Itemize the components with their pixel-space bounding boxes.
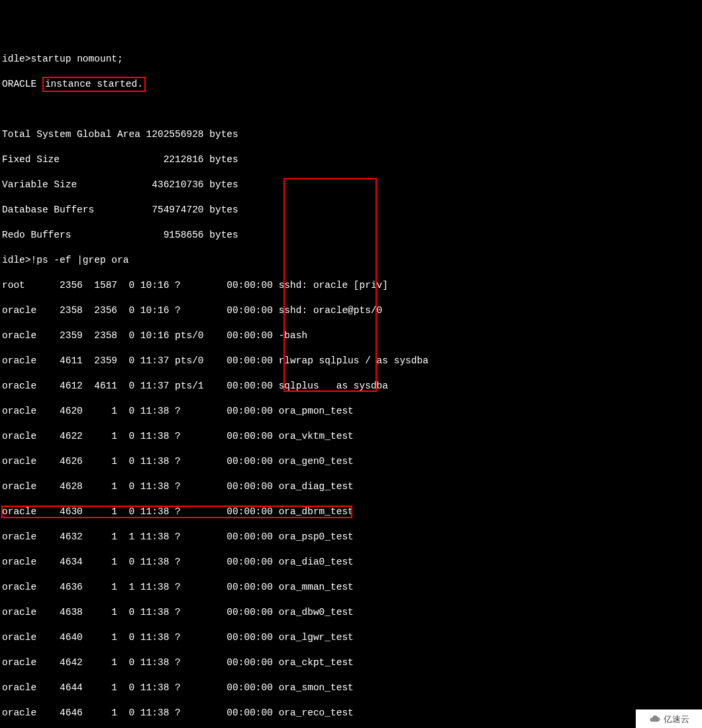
ps-row: oracle 2359 2358 0 10:16 pts/0 00:00:00 …: [2, 330, 700, 342]
ps-row: oracle 4628 1 0 11:38 ? 00:00:00 ora_dia…: [2, 480, 700, 493]
ps-row: oracle 2358 2356 0 10:16 ? 00:00:00 sshd…: [2, 304, 700, 317]
ps-row: oracle 4620 1 0 11:38 ? 00:00:00 ora_pmo…: [2, 405, 700, 418]
prompt: idle>: [2, 54, 31, 64]
ps-row: root 2356 1587 0 10:16 ? 00:00:00 sshd: …: [2, 279, 700, 292]
output-line: ORACLE instance started.: [2, 78, 700, 91]
cloud-icon: [649, 713, 661, 725]
command-line: idle>startup nomount;: [2, 53, 700, 66]
command-line: idle>!ps -ef |grep ora: [2, 254, 700, 267]
prompt: idle>: [2, 255, 31, 265]
highlight-instance-started: instance started.: [42, 77, 146, 92]
ps-row: oracle 4612 4611 0 11:37 pts/1 00:00:00 …: [2, 380, 700, 392]
ps-row: oracle 4642 1 0 11:38 ? 00:00:00 ora_ckp…: [2, 657, 700, 669]
ps-row: oracle 4644 1 0 11:38 ? 00:00:00 ora_smo…: [2, 682, 700, 694]
ps-row: oracle 4626 1 0 11:38 ? 00:00:00 ora_gen…: [2, 455, 700, 468]
ps-row: oracle 4640 1 0 11:38 ? 00:00:00 ora_lgw…: [2, 631, 700, 644]
command-text: !ps -ef |grep ora: [31, 255, 129, 265]
ps-row: oracle 4622 1 0 11:38 ? 00:00:00 ora_vkt…: [2, 430, 700, 443]
ps-row: oracle 4611 2359 0 11:37 pts/0 00:00:00 …: [2, 355, 700, 367]
ps-row: oracle 4646 1 0 11:38 ? 00:00:00 ora_rec…: [2, 707, 700, 719]
sga-dbbuf: Database Buffers 754974720 bytes: [2, 204, 700, 216]
watermark: 亿速云: [636, 709, 702, 728]
ps-row: oracle 4632 1 1 11:38 ? 00:00:00 ora_psp…: [2, 531, 700, 543]
blank-line: [2, 103, 700, 116]
ps-row: oracle 4634 1 0 11:38 ? 00:00:00 ora_dia…: [2, 556, 700, 569]
watermark-text: 亿速云: [664, 713, 689, 725]
command-text: startup nomount;: [31, 54, 123, 64]
oracle-prefix: ORACLE: [2, 79, 42, 89]
ps-row: oracle 4630 1 0 11:38 ? 00:00:00 ora_dbr…: [2, 506, 700, 518]
sga-fixed: Fixed Size 2212816 bytes: [2, 154, 700, 166]
ps-row: oracle 4638 1 0 11:38 ? 00:00:00 ora_dbw…: [2, 606, 700, 619]
sga-total: Total System Global Area 1202556928 byte…: [2, 128, 700, 141]
sga-variable: Variable Size 436210736 bytes: [2, 179, 700, 191]
sga-redo: Redo Buffers 9158656 bytes: [2, 229, 700, 242]
ps-row: oracle 4636 1 1 11:38 ? 00:00:00 ora_mma…: [2, 581, 700, 594]
